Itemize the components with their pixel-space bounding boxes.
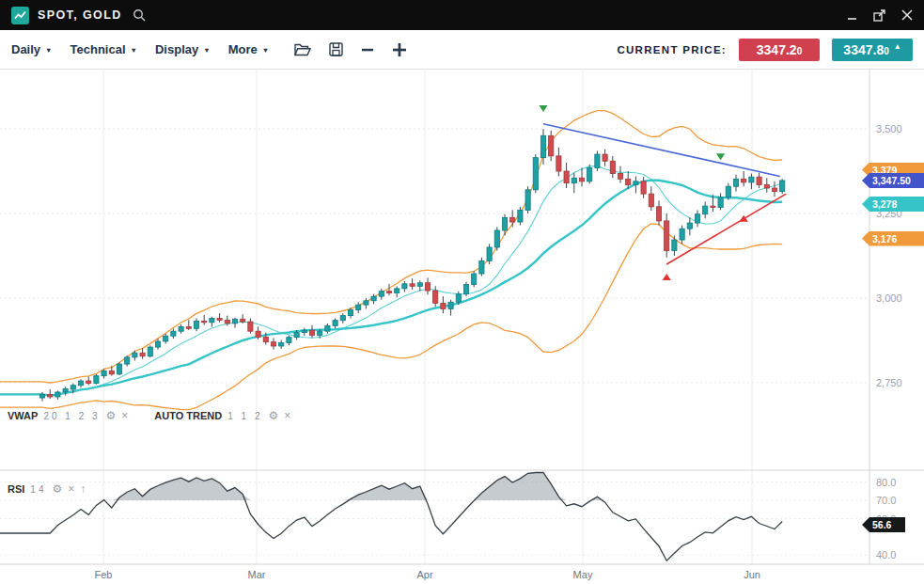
save-icon[interactable] <box>329 42 343 56</box>
svg-text:May: May <box>573 569 593 580</box>
rsi-plot <box>0 473 782 561</box>
vwap-remove-icon[interactable]: × <box>121 410 128 421</box>
toolbar: Daily ▼ Technical ▼ Display ▼ More ▼ CUR… <box>0 30 924 70</box>
vwap-params: 20 1 2 3 <box>43 411 100 421</box>
chevron-down-icon: ▼ <box>203 44 210 55</box>
rsi-label: RSI <box>8 483 24 495</box>
svg-text:80.0: 80.0 <box>876 477 896 488</box>
rsi-line <box>0 473 782 561</box>
price-up-arrow-icon: ▲ <box>894 42 901 51</box>
panel-expand-arrow-icon[interactable]: ↑ <box>80 483 86 495</box>
search-icon[interactable] <box>133 8 146 22</box>
menu-display-label: Display <box>155 42 198 56</box>
svg-text:Feb: Feb <box>95 569 113 580</box>
close-button[interactable] <box>901 9 913 21</box>
open-folder-icon[interactable] <box>294 43 311 56</box>
chevron-down-icon: ▼ <box>262 44 269 55</box>
svg-text:Apr: Apr <box>416 569 432 580</box>
auto-trend-remove-icon[interactable]: × <box>284 410 290 421</box>
menu-more[interactable]: More ▼ <box>228 42 270 56</box>
rsi-remove-icon[interactable]: × <box>68 483 74 495</box>
minimize-button[interactable] <box>847 10 857 21</box>
chart-area: FebMarAprMayJun3,5003,2503,0002,75080.07… <box>0 70 924 584</box>
app-logo-icon <box>11 7 29 24</box>
overlay-indicator-legend: VWAP 20 1 2 3 ⚙ × AUTO TREND 1 1 2 ⚙ × <box>8 410 290 421</box>
trend-marker-up <box>740 215 748 222</box>
menu-technical[interactable]: Technical ▼ <box>70 42 137 56</box>
ask-value: 3347.8 <box>843 42 884 57</box>
bid-badge: 3347.20 <box>739 39 820 61</box>
rsi-settings-gear-icon[interactable]: ⚙ <box>52 483 62 495</box>
gridlines <box>0 70 924 564</box>
svg-text:2,750: 2,750 <box>876 377 902 388</box>
price-chart-canvas[interactable]: FebMarAprMayJun3,5003,2503,0002,75080.07… <box>0 70 924 584</box>
popout-button[interactable] <box>873 9 885 22</box>
vwap-settings-gear-icon[interactable]: ⚙ <box>106 410 117 421</box>
fast-ma-line <box>0 166 782 395</box>
candles <box>39 129 784 402</box>
rsi-overbought-shading <box>0 473 782 501</box>
svg-text:3,250: 3,250 <box>876 208 902 219</box>
menu-timeframe-daily[interactable]: Daily ▼ <box>11 42 53 56</box>
auto-trend-settings-gear-icon[interactable]: ⚙ <box>269 410 279 421</box>
svg-text:Mar: Mar <box>248 569 266 580</box>
zoom-out-icon[interactable] <box>361 43 374 56</box>
trend-marker-down <box>716 153 725 160</box>
svg-text:3,000: 3,000 <box>876 292 902 304</box>
menu-technical-label: Technical <box>70 42 126 56</box>
rsi-params: 14 <box>30 484 46 495</box>
vwap-label: VWAP <box>8 410 38 421</box>
menu-daily-label: Daily <box>11 42 40 56</box>
titlebar: SPOT, GOLD <box>0 0 924 30</box>
bid-value: 3347.2 <box>757 42 797 57</box>
trend-marker-up <box>663 274 671 280</box>
trend-marker-down <box>539 105 547 112</box>
menu-more-label: More <box>228 42 258 56</box>
chevron-down-icon: ▼ <box>45 44 52 55</box>
auto-trend-params: 1 1 2 <box>227 411 262 421</box>
current-price-group: CURRENT PRICE: 3347.20 3347.80▲ <box>617 39 913 61</box>
bid-pip: 0 <box>797 46 803 56</box>
ask-pip: 0 <box>884 46 889 56</box>
chevron-down-icon: ▼ <box>131 44 137 55</box>
auto-trend-label: AUTO TREND <box>154 410 222 421</box>
svg-text:Jun: Jun <box>744 569 760 580</box>
auto-downtrend <box>543 124 780 177</box>
window-title: SPOT, GOLD <box>38 8 122 22</box>
ask-badge: 3347.80▲ <box>832 39 913 61</box>
current-price-label: CURRENT PRICE: <box>617 44 727 55</box>
menu-display[interactable]: Display ▼ <box>155 42 211 56</box>
svg-text:3,500: 3,500 <box>876 123 902 134</box>
svg-text:60.0: 60.0 <box>876 513 896 525</box>
zoom-in-icon[interactable] <box>392 42 407 57</box>
svg-text:70.0: 70.0 <box>876 495 896 506</box>
rsi-indicator-legend: RSI 14 ⚙ × ↑ <box>8 483 86 495</box>
svg-text:40.0: 40.0 <box>876 549 896 560</box>
